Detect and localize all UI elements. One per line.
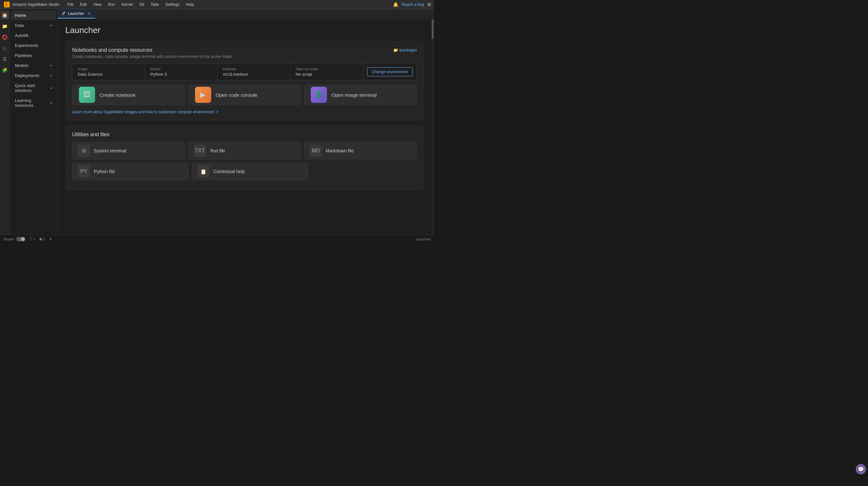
launcher-status-label: Launcher xyxy=(416,237,431,241)
menu-bar-right: 🔔 Report a bug ⚙ xyxy=(393,2,431,7)
app-container: S Amazon SageMaker Studio File Edit View… xyxy=(0,0,434,243)
action-tiles: 🖼 Create notebook ▶ Open code console 💲 … xyxy=(72,85,417,105)
sidebar-item-experiments[interactable]: Experiments xyxy=(11,41,56,50)
tab-close-icon[interactable]: ✕ xyxy=(87,11,91,16)
tab-launcher[interactable]: 🚀 Launcher ✕ xyxy=(58,9,95,19)
launcher-tab-icon: 🚀 xyxy=(61,11,66,16)
sidebar: 🏠 📁 ⭕ ◇ ☰ 🧩 Home Data ▾ AutoML xyxy=(0,9,58,235)
create-notebook-tile[interactable]: 🖼 Create notebook xyxy=(72,85,185,105)
menu-bar: S Amazon SageMaker Studio File Edit View… xyxy=(0,0,434,9)
python-file-tile[interactable]: PY Python file xyxy=(72,163,189,180)
notebooks-section: Notebooks and compute resources 📁 /packa… xyxy=(65,41,424,120)
simple-label: Simple xyxy=(3,237,14,241)
packages-link[interactable]: 📁 /packages xyxy=(393,48,417,53)
sidebar-item-automl[interactable]: AutoML xyxy=(11,31,56,40)
body-layout: 🏠 📁 ⭕ ◇ ☰ 🧩 Home Data ▾ AutoML xyxy=(0,9,434,235)
text-file-icon: TXT xyxy=(194,145,206,157)
app-logo: S xyxy=(3,0,11,9)
menu-run[interactable]: Run xyxy=(105,2,118,7)
utilities-section: Utilities and files ⧉ System terminal TX… xyxy=(65,126,424,190)
utilities-section-title: Utilities and files xyxy=(72,132,417,138)
utilities-row-1: ⧉ System terminal TXT Text file MD Markd… xyxy=(72,142,417,159)
utilities-row-2: PY Python file 📋 Contextual help xyxy=(72,163,417,180)
text-file-tile[interactable]: TXT Text file xyxy=(188,142,301,159)
page-title: Launcher xyxy=(65,25,424,35)
env-instance: Instance ml.t3.medium xyxy=(218,64,290,80)
toggle-thumb xyxy=(21,237,25,241)
learn-more-link[interactable]: Learn more about SageMaker images and ho… xyxy=(72,110,219,114)
sidebar-item-data[interactable]: Data ▾ xyxy=(11,21,56,30)
system-terminal-tile[interactable]: ⧉ System terminal xyxy=(72,142,185,159)
kernel-count: ⬡ 1 xyxy=(29,237,35,241)
notebooks-section-header: Notebooks and compute resources 📁 /packa… xyxy=(72,47,417,53)
open-image-terminal-tile[interactable]: 💲 Open image terminal xyxy=(304,85,417,105)
sidebar-item-learning[interactable]: Learning resources ▾ xyxy=(11,96,56,110)
contextual-help-icon: 📋 xyxy=(197,165,210,178)
menu-kernel[interactable]: Kernel xyxy=(119,2,135,7)
change-environment-button[interactable]: Change environment xyxy=(367,67,413,77)
menu-git[interactable]: Git xyxy=(137,2,147,7)
terminal-icon: 💲 xyxy=(311,87,327,103)
menu-view[interactable]: View xyxy=(91,2,104,7)
simple-toggle[interactable]: Simple xyxy=(3,237,25,241)
menu-file[interactable]: File xyxy=(65,2,76,7)
main-panel: 🚀 Launcher ✕ Launcher Notebooks and comp… xyxy=(58,9,434,235)
markdown-file-icon: MD xyxy=(309,145,322,157)
env-startup: Start-up script No script xyxy=(290,64,363,80)
menu-help[interactable]: Help xyxy=(183,2,197,7)
sidebar-item-deployments[interactable]: Deployments ▾ xyxy=(11,71,56,80)
report-bug-link[interactable]: Report a bug xyxy=(402,2,424,7)
chevron-down-icon: ▾ xyxy=(51,101,52,105)
sidebar-item-quick-start[interactable]: Quick start solutions ▾ xyxy=(11,81,56,95)
sidebar-item-home[interactable]: Home xyxy=(11,11,56,20)
terminal-count: ▣ 1 xyxy=(39,237,45,241)
status-bar: Simple ⬡ 1 ▣ 1 ⋔ Launcher xyxy=(0,235,434,243)
env-image: Image Data Science xyxy=(72,64,145,80)
menu-tabs[interactable]: Tabs xyxy=(148,2,161,7)
chevron-down-icon: ▾ xyxy=(51,24,52,27)
env-kernel: Kernel Python 3 xyxy=(145,64,218,80)
chevron-down-icon: ▾ xyxy=(51,86,52,90)
chevron-down-icon: ▾ xyxy=(51,64,52,67)
sidebar-icon-automl[interactable]: ⭕ xyxy=(1,33,9,41)
toggle-track xyxy=(16,237,25,241)
sidebar-icon-list[interactable]: ☰ xyxy=(1,55,9,63)
scrollbar-thumb[interactable] xyxy=(432,20,434,39)
menu-settings[interactable]: Settings xyxy=(163,2,182,7)
svg-text:S: S xyxy=(5,3,7,6)
sidebar-icon-puzzle[interactable]: 🧩 xyxy=(1,66,9,74)
sidebar-icon-pipelines[interactable]: ◇ xyxy=(1,44,9,53)
contextual-help-tile[interactable]: 📋 Contextual help xyxy=(192,163,308,180)
sidebar-icon-home[interactable]: 🏠 xyxy=(1,11,9,20)
notification-icon[interactable]: 🔔 xyxy=(393,2,398,7)
environment-row: Image Data Science Kernel Python 3 Insta… xyxy=(72,63,417,80)
tab-bar: 🚀 Launcher ✕ xyxy=(58,9,434,19)
sidebar-icon-bar: 🏠 📁 ⭕ ◇ ☰ 🧩 xyxy=(0,9,10,235)
app-title: Amazon SageMaker Studio xyxy=(12,2,60,7)
system-terminal-icon: ⧉ xyxy=(78,145,90,157)
tab-content: Launcher Notebooks and compute resources… xyxy=(58,19,434,235)
sidebar-item-models[interactable]: Models ▾ xyxy=(11,61,56,70)
menu-edit[interactable]: Edit xyxy=(77,2,89,7)
content-area: Launcher Notebooks and compute resources… xyxy=(58,19,431,235)
sidebar-icon-data[interactable]: 📁 xyxy=(1,22,9,30)
python-file-icon: PY xyxy=(78,165,90,178)
sidebar-item-pipelines[interactable]: Pipelines xyxy=(11,51,56,60)
tab-label: Launcher xyxy=(68,11,84,16)
chevron-down-icon: ▾ xyxy=(51,74,52,77)
notebooks-section-title: Notebooks and compute resources xyxy=(72,47,152,53)
empty-placeholder xyxy=(311,163,417,180)
console-icon: ▶ xyxy=(195,87,211,103)
status-bar-right: Launcher xyxy=(416,237,431,241)
open-code-console-tile[interactable]: ▶ Open code console xyxy=(188,85,301,105)
notebook-icon: 🖼 xyxy=(79,87,95,103)
git-icon[interactable]: ⋔ xyxy=(49,237,52,241)
notebooks-section-subtitle: Create notebooks, code console, image te… xyxy=(72,54,417,59)
markdown-file-tile[interactable]: MD Markdown file xyxy=(304,142,417,159)
scrollbar-track xyxy=(431,19,434,235)
sidebar-nav: Home Data ▾ AutoML Experiments Pipelines… xyxy=(10,9,58,235)
settings-gear-icon[interactable]: ⚙ xyxy=(427,2,431,7)
